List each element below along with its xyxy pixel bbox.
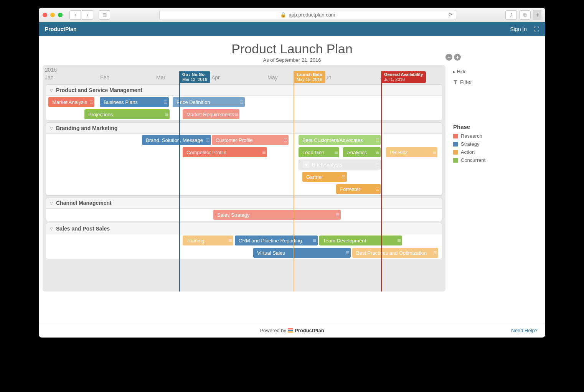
milestone-flag[interactable]: General AvailabilityJul 1, 2016 <box>381 71 426 83</box>
lane-group: ▽Sales and Post SalesTrainingCRM and Pip… <box>46 223 442 259</box>
drag-handle-icon[interactable] <box>206 138 210 142</box>
drag-handle-icon[interactable] <box>398 239 401 242</box>
page-subtitle: As of September 21, 2016 <box>39 57 545 63</box>
back-button[interactable]: ‹ <box>69 10 81 20</box>
lane-group: ▽Product and Service ManagementMarket An… <box>46 84 442 121</box>
app-bar: ProductPlan Sign In ⛶ <box>39 22 545 36</box>
chevron-down-icon: ▽ <box>50 201 53 205</box>
drag-handle-icon[interactable] <box>235 113 238 116</box>
drag-handle-icon[interactable] <box>336 213 339 216</box>
url-bar[interactable]: 🔒 app.productplan.com ⟳ <box>159 10 456 20</box>
timeline-bar[interactable]: Virtual Sales <box>253 248 351 258</box>
timeline-bar[interactable]: Sales Strategy <box>213 210 341 220</box>
timeline-bar[interactable]: ▾Brief Analysts <box>299 160 381 170</box>
drag-handle-icon[interactable] <box>90 100 93 104</box>
milestone-line <box>381 71 382 292</box>
legend-swatch <box>453 150 458 155</box>
drag-handle-icon[interactable] <box>229 239 232 242</box>
fullscreen-icon[interactable]: ⛶ <box>534 26 539 32</box>
timeline-bar[interactable]: Competitor Profile <box>183 147 267 157</box>
timeline-bar[interactable]: Team Development <box>319 236 402 245</box>
close-window-button[interactable] <box>43 13 47 17</box>
month-label: Jan <box>45 74 54 81</box>
browser-titlebar: ‹ › ▥ 🔒 app.productplan.com ⟳ ⤴ ⧉ + <box>39 8 545 22</box>
drag-handle-icon[interactable] <box>376 188 379 191</box>
timeline-bar[interactable]: Training <box>183 236 233 245</box>
chevron-down-icon: ▽ <box>50 126 53 130</box>
milestone-flag[interactable]: Go / No-GoMar 13, 2016 <box>179 71 210 83</box>
month-label: Feb <box>100 74 109 81</box>
url-text: app.productplan.com <box>289 12 335 18</box>
timeline-bar[interactable]: CRM and Pipeline Reporting <box>235 236 318 245</box>
timeline-bar[interactable]: Forrester <box>336 184 381 194</box>
footer-brand: ProductPlan <box>295 328 324 333</box>
month-label: Mar <box>156 74 165 81</box>
drag-handle-icon[interactable] <box>342 175 345 178</box>
timeline-bar[interactable]: Market Analysis <box>48 97 94 107</box>
minimize-window-button[interactable] <box>50 13 55 17</box>
drag-handle-icon[interactable] <box>376 138 379 142</box>
month-label: Apr <box>211 74 220 81</box>
timeline-bar[interactable]: Business Plans <box>100 97 169 107</box>
drag-handle-icon[interactable] <box>164 100 167 104</box>
chevron-down-icon[interactable]: ▾ <box>303 161 310 168</box>
timeline-bar[interactable]: Customer Profile <box>212 135 289 145</box>
timeline-bar[interactable]: Analytics <box>343 147 381 157</box>
zoom-in-button[interactable]: + <box>454 54 461 61</box>
lane-header[interactable]: ▽Product and Service Management <box>46 85 442 96</box>
logo-icon <box>288 328 293 333</box>
milestone-line <box>294 71 294 292</box>
drag-handle-icon[interactable] <box>262 151 266 154</box>
chevron-down-icon: ▽ <box>50 227 53 231</box>
lane-group: ▽Branding and MarketingBrand, Solution, … <box>46 122 442 196</box>
sign-in-link[interactable]: Sign In <box>510 26 527 32</box>
timeline-bar[interactable]: Gartner <box>302 172 347 182</box>
milestone-line <box>179 71 180 292</box>
lane-header[interactable]: ▽Branding and Marketing <box>46 123 442 134</box>
filter-button[interactable]: Filter <box>453 79 515 85</box>
footer: Powered by ProductPlan Need Help? <box>39 323 545 338</box>
lane-header[interactable]: ▽Channel Management <box>46 198 442 209</box>
timeline: 2016 JanFebMarAprMayJunJulGo / No-GoMar … <box>43 65 445 292</box>
lane-header[interactable]: ▽Sales and Post Sales <box>46 223 442 234</box>
legend-item[interactable]: Concurrent <box>453 157 515 163</box>
timeline-bar[interactable]: Projections <box>84 109 170 119</box>
timeline-bar[interactable]: Price Definition <box>173 97 245 107</box>
maximize-window-button[interactable] <box>58 13 63 17</box>
timeline-bar[interactable]: Market Requirements <box>183 109 239 119</box>
page-title: Product Launch Plan <box>39 41 545 56</box>
drag-handle-icon[interactable] <box>434 251 437 254</box>
legend-swatch <box>453 134 458 138</box>
timeline-bar[interactable]: Lead Gen <box>299 147 339 157</box>
timeline-header: 2016 JanFebMarAprMayJunJulGo / No-GoMar … <box>43 65 445 83</box>
drag-handle-icon[interactable] <box>433 151 436 154</box>
drag-handle-icon[interactable] <box>240 100 243 104</box>
legend-item[interactable]: Strategy <box>453 141 515 147</box>
sidebar-toggle-button[interactable]: ▥ <box>99 10 110 20</box>
drag-handle-icon[interactable] <box>335 151 338 154</box>
timeline-bar[interactable]: Best Practices and Optimization <box>352 248 438 258</box>
drag-handle-icon[interactable] <box>165 113 168 116</box>
right-sidebar: ▸ Hide Filter Phase ResearchStrategyActi… <box>445 65 522 323</box>
timeline-bar[interactable]: PR Blitz <box>386 147 437 157</box>
drag-handle-icon[interactable] <box>346 251 349 254</box>
timeline-bar[interactable]: Brand, Solution, Message <box>142 135 211 145</box>
milestone-flag[interactable]: Launch BetaMay 15, 2016 <box>294 71 325 83</box>
timeline-bar[interactable]: Beta Customers/Advocates <box>299 135 381 145</box>
forward-button[interactable]: › <box>82 10 93 20</box>
zoom-out-button[interactable]: − <box>445 54 452 61</box>
new-tab-button[interactable]: + <box>533 10 541 20</box>
reload-icon[interactable]: ⟳ <box>449 12 453 18</box>
drag-handle-icon[interactable] <box>284 138 287 142</box>
powered-by-text: Powered by <box>260 328 286 333</box>
drag-handle-icon[interactable] <box>376 163 379 166</box>
legend-item[interactable]: Action <box>453 149 515 155</box>
tabs-button[interactable]: ⧉ <box>519 10 531 20</box>
filter-icon <box>453 80 458 84</box>
help-link[interactable]: Need Help? <box>511 328 538 333</box>
drag-handle-icon[interactable] <box>313 239 316 242</box>
legend-item[interactable]: Research <box>453 133 515 139</box>
drag-handle-icon[interactable] <box>376 151 379 154</box>
hide-button[interactable]: ▸ Hide <box>453 69 515 74</box>
share-button[interactable]: ⤴ <box>505 10 517 20</box>
